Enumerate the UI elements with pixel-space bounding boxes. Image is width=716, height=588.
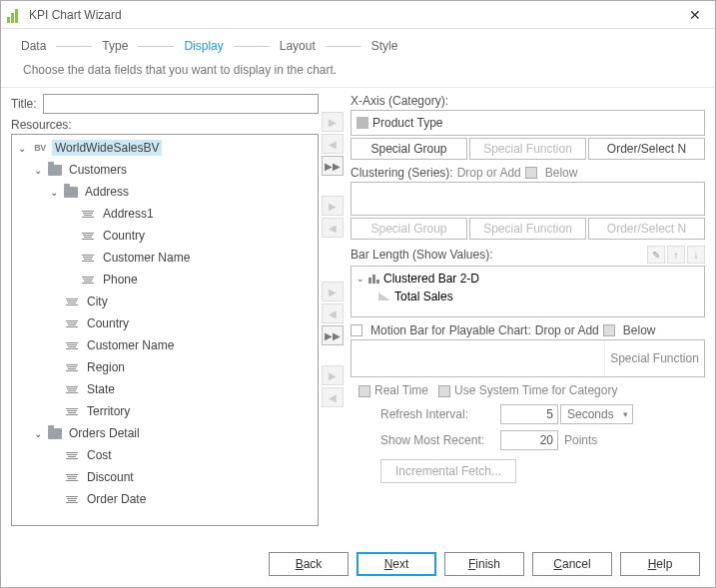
move-up-icon[interactable]: ↑ <box>667 246 685 264</box>
field-icon <box>64 294 80 308</box>
clustering-label: Clustering (Series): Drop or Add Below <box>351 166 705 180</box>
tree-field[interactable]: State <box>12 378 318 400</box>
tree-field[interactable]: Country <box>12 225 318 247</box>
special-group-button-2: Special Group <box>351 218 467 240</box>
field-icon <box>64 338 80 352</box>
step-display[interactable]: Display <box>178 39 229 53</box>
chevron-down-icon[interactable]: ⌄ <box>32 428 44 439</box>
step-layout[interactable]: Layout <box>274 39 322 53</box>
systemtime-label: Use System Time for Category <box>454 383 617 397</box>
field-icon <box>64 448 80 462</box>
barlen-box[interactable]: ⌄Clustered Bar 2-D Total Sales <box>351 266 705 317</box>
step-data[interactable]: Data <box>15 39 52 53</box>
special-group-button[interactable]: Special Group <box>351 138 467 160</box>
tree-field[interactable]: Customer Name <box>12 334 318 356</box>
recent-input[interactable] <box>500 430 558 450</box>
remove-motion-button[interactable]: ◀ <box>322 387 344 407</box>
field-icon <box>64 470 80 484</box>
finish-button[interactable]: Finish <box>444 552 524 576</box>
folder-icon <box>64 187 78 198</box>
add-all-bar-button[interactable]: ▶▶ <box>322 325 344 345</box>
tree-field[interactable]: City <box>12 291 318 312</box>
total-sales-item[interactable]: Total Sales <box>394 290 453 303</box>
add-bar-button[interactable]: ▶ <box>322 282 344 301</box>
tree-field[interactable]: Discount <box>12 466 318 488</box>
field-icon <box>64 492 80 506</box>
tree-field[interactable]: Country <box>12 312 318 334</box>
realtime-checkbox[interactable] <box>358 385 370 397</box>
step-divider <box>234 46 270 47</box>
chevron-down-icon[interactable]: ⌄ <box>32 165 44 176</box>
chevron-down-icon[interactable]: ⌄ <box>16 143 28 154</box>
measure-icon <box>378 293 390 300</box>
field-icon <box>80 207 96 221</box>
below-checkbox[interactable] <box>525 167 537 179</box>
resources-label: Resources: <box>11 118 313 132</box>
title-label: Title: <box>11 97 37 111</box>
titlebar: KPI Chart Wizard ✕ <box>1 1 715 29</box>
special-function-button-2: Special Function <box>469 218 586 240</box>
folder-icon <box>48 428 62 439</box>
add-motion-button[interactable]: ▶ <box>322 365 344 385</box>
xaxis-item: Product Type <box>372 116 443 130</box>
tree-field[interactable]: Region <box>12 356 318 378</box>
step-divider <box>138 46 174 47</box>
recent-label: Show Most Recent: <box>380 433 500 447</box>
category-icon <box>357 117 368 129</box>
title-input[interactable] <box>43 94 319 114</box>
bar-chart-icon <box>368 275 379 284</box>
step-style[interactable]: Style <box>365 39 404 53</box>
tree-field[interactable]: Territory <box>12 400 318 422</box>
next-button[interactable]: Next <box>357 552 436 576</box>
tree-customers[interactable]: ⌄Customers <box>12 159 318 181</box>
tree-root[interactable]: ⌄BVWorldWideSalesBV <box>12 137 318 159</box>
add-cluster-button[interactable]: ▶ <box>322 196 344 216</box>
barlen-label: Bar Length (Show Values): <box>351 248 645 262</box>
close-icon[interactable]: ✕ <box>681 7 709 23</box>
wizard-steps: Data Type Display Layout Style <box>1 29 715 57</box>
tree-field[interactable]: Cost <box>12 444 318 466</box>
chevron-down-icon[interactable]: ⌄ <box>357 274 364 284</box>
refresh-unit-select[interactable]: Seconds <box>560 404 633 424</box>
cancel-button[interactable]: Cancel <box>532 552 612 576</box>
remove-xaxis-button[interactable]: ◀ <box>322 134 344 154</box>
motion-label-row: Motion Bar for Playable Chart: Drop or A… <box>351 323 705 337</box>
tree-field[interactable]: Customer Name <box>12 247 318 269</box>
realtime-label: Real Time <box>374 383 428 397</box>
tree-field[interactable]: Address1 <box>12 203 318 225</box>
field-icon <box>64 316 80 330</box>
step-divider <box>56 46 92 47</box>
xaxis-dropzone[interactable]: Product Type <box>351 110 705 136</box>
tree-field[interactable]: Order Date <box>12 488 318 510</box>
move-down-icon[interactable]: ↓ <box>687 246 705 264</box>
step-type[interactable]: Type <box>96 39 134 53</box>
clustered-bar-label: Clustered Bar 2-D <box>383 272 479 286</box>
tree-orders[interactable]: ⌄Orders Detail <box>12 422 318 444</box>
folder-icon <box>48 165 62 176</box>
window-title: KPI Chart Wizard <box>29 8 681 22</box>
bv-icon: BV <box>32 141 48 155</box>
special-function-button: Special Function <box>469 138 586 160</box>
help-button[interactable]: Help <box>620 552 700 576</box>
field-icon <box>80 273 96 287</box>
order-select-button[interactable]: Order/Select N <box>588 138 705 160</box>
tree-address[interactable]: ⌄Address <box>12 181 318 203</box>
motion-checkbox[interactable] <box>351 324 362 336</box>
edit-icon[interactable]: ✎ <box>647 246 665 264</box>
tree-field[interactable]: Phone <box>12 269 318 291</box>
clustering-dropzone[interactable] <box>351 182 705 216</box>
field-icon <box>64 382 80 396</box>
remove-bar-button[interactable]: ◀ <box>322 303 344 323</box>
back-button[interactable]: Back <box>269 552 349 576</box>
refresh-label: Refresh Interval: <box>380 407 500 421</box>
refresh-input[interactable] <box>500 404 558 424</box>
motion-special-function: Special Function <box>604 340 704 376</box>
incremental-fetch-button[interactable]: Incremental Fetch... <box>380 459 516 483</box>
add-xaxis-button[interactable]: ▶ <box>322 112 344 132</box>
motion-dropzone[interactable]: Special Function <box>351 339 705 377</box>
motion-below-checkbox[interactable] <box>603 324 615 336</box>
chevron-down-icon[interactable]: ⌄ <box>48 187 60 198</box>
remove-cluster-button[interactable]: ◀ <box>322 218 344 238</box>
systemtime-checkbox[interactable] <box>438 385 450 397</box>
add-all-xaxis-button[interactable]: ▶▶ <box>322 156 344 176</box>
